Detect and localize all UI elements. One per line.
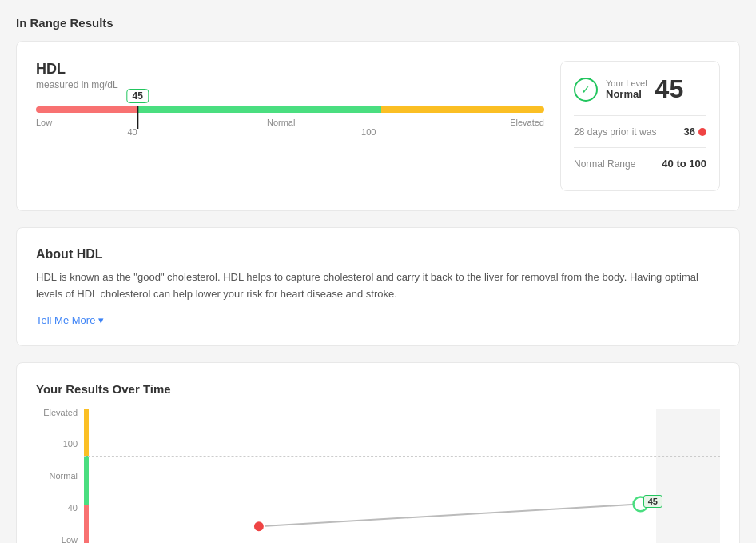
level-value: 45	[655, 74, 684, 104]
level-text-group: Your Level Normal	[606, 78, 647, 100]
chart-card: Your Results Over Time Elevated 100 Norm…	[16, 362, 740, 543]
about-text: HDL is known as the "good" cholesterol. …	[36, 270, 720, 303]
normal-range-row: Normal Range 40 to 100	[574, 158, 706, 170]
range-bar-container: 45 Low Normal Eleva	[36, 106, 544, 140]
normal-range-value: 40 to 100	[662, 158, 706, 170]
label-normal: Normal	[267, 118, 295, 127]
current-point-label: 45	[643, 495, 662, 508]
y-low: Low	[62, 536, 78, 543]
section-title: In Range Results	[16, 16, 740, 30]
marker-label: 45	[127, 89, 149, 103]
y-axis: Elevated 100 Normal 40 Low	[36, 409, 84, 543]
range-num-100: 100	[361, 127, 376, 137]
normal-range-label: Normal Range	[574, 158, 635, 170]
page-container: In Range Results HDL measured in mg/dL 4…	[16, 16, 740, 543]
marker-line	[137, 106, 138, 129]
about-title: About HDL	[36, 247, 720, 262]
label-low: Low	[36, 118, 52, 127]
tell-more-label: Tell Me More	[36, 314, 95, 326]
y-40: 40	[68, 504, 78, 513]
chevron-down-icon: ▾	[98, 314, 104, 326]
prior-row: 28 days prior it was 36	[574, 126, 706, 138]
chart-svg	[84, 409, 720, 543]
range-bar	[36, 106, 544, 113]
normal-range-divider	[574, 147, 706, 148]
y-elevated: Elevated	[43, 409, 78, 417]
chart-inner: 45	[84, 409, 720, 543]
hdl-top: HDL measured in mg/dL 45	[36, 61, 720, 191]
hdl-card: HDL measured in mg/dL 45	[16, 41, 740, 211]
y-100: 100	[63, 440, 78, 449]
prior-value-number: 36	[684, 126, 695, 138]
prior-value: 36	[684, 126, 706, 138]
level-divider	[574, 115, 706, 116]
range-low	[36, 106, 137, 113]
red-dot-icon	[698, 128, 706, 136]
range-normal	[137, 106, 381, 113]
range-labels: Low Normal Elevated	[36, 118, 544, 127]
hdl-chart-area: HDL measured in mg/dL 45	[36, 61, 544, 164]
about-card: About HDL HDL is known as the "good" cho…	[16, 227, 740, 346]
svg-point-1	[253, 521, 265, 532]
label-elevated: Elevated	[510, 118, 544, 127]
hdl-title: HDL	[36, 61, 544, 78]
chart-wrapper: Elevated 100 Normal 40 Low	[36, 409, 720, 543]
level-status: Normal	[606, 88, 647, 100]
current-point-group: 45	[643, 495, 662, 508]
hdl-subtitle: measured in mg/dL	[36, 79, 544, 90]
level-header: ✓ Your Level Normal 45	[574, 74, 706, 104]
prior-label: 28 days prior it was	[574, 126, 656, 138]
tell-more-button[interactable]: Tell Me More ▾	[36, 314, 720, 326]
your-level-label: Your Level	[606, 78, 647, 88]
range-elevated	[381, 106, 544, 113]
chart-inner-wrapper: 45 Aug 2020 Sep 2020	[84, 409, 720, 543]
chart-title: Your Results Over Time	[36, 382, 720, 396]
level-card: ✓ Your Level Normal 45 28 days prior it …	[560, 61, 720, 191]
y-normal: Normal	[50, 472, 78, 481]
check-circle-icon: ✓	[574, 78, 598, 102]
svg-line-0	[259, 504, 641, 526]
range-numbers-row: 40 100	[36, 127, 544, 140]
